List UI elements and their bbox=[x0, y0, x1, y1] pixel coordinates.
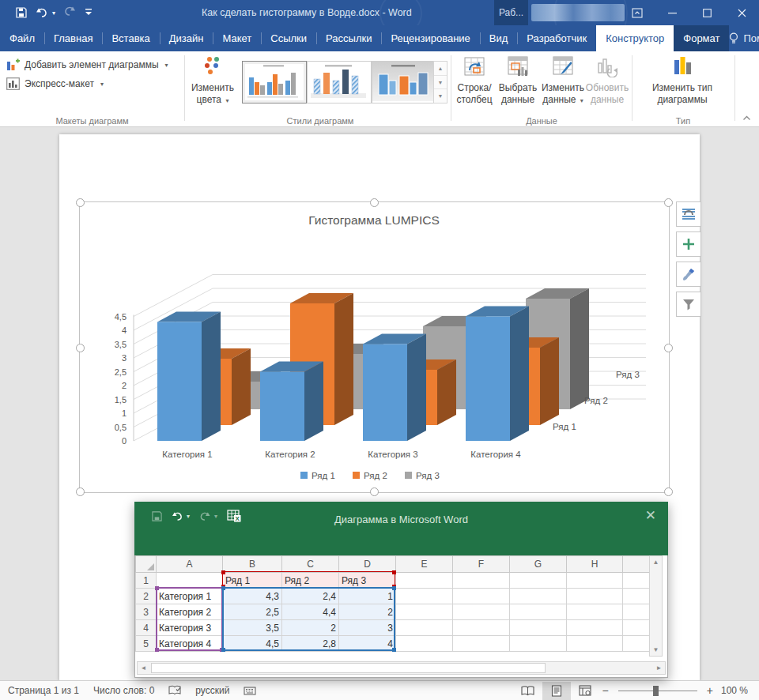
cell-D3[interactable]: 2 bbox=[339, 604, 396, 620]
tab-формат[interactable]: Формат bbox=[674, 25, 729, 51]
column-header-partial[interactable] bbox=[623, 556, 650, 573]
cell-F1[interactable] bbox=[453, 573, 510, 589]
read-mode-button[interactable] bbox=[514, 682, 542, 700]
gallery-more-button[interactable]: ▼ bbox=[434, 89, 447, 103]
customize-qat-button[interactable] bbox=[85, 6, 93, 20]
cell-D1[interactable]: Ряд 3 bbox=[339, 573, 396, 589]
edit-data-button[interactable]: Изменить данные ▾ bbox=[541, 55, 585, 107]
column-header-D[interactable]: D bbox=[339, 556, 396, 573]
cell-C4[interactable]: 2 bbox=[282, 620, 339, 636]
chart-style-1-thumbnail[interactable] bbox=[242, 61, 307, 103]
cell-E1[interactable] bbox=[396, 573, 453, 589]
input-keyboard-indicator[interactable] bbox=[244, 686, 256, 696]
cell-G2[interactable] bbox=[510, 589, 567, 604]
cell-C3[interactable]: 4,4 bbox=[282, 604, 339, 620]
cell-B4[interactable]: 3,5 bbox=[223, 620, 282, 636]
select-all-corner[interactable] bbox=[136, 556, 157, 573]
cell-partial[interactable] bbox=[623, 573, 650, 589]
tab-конструктор[interactable]: Конструктор bbox=[596, 25, 674, 51]
cell-G4[interactable] bbox=[510, 620, 567, 636]
tab-рецензирование[interactable]: Рецензирование bbox=[381, 25, 479, 51]
resize-handle-mid-right[interactable] bbox=[664, 344, 673, 352]
scroll-right-arrow-icon[interactable]: ► bbox=[653, 662, 665, 674]
chart-elements-button[interactable] bbox=[676, 231, 701, 257]
cell-A4[interactable]: Категория 3 bbox=[157, 620, 223, 636]
tab-рассылки[interactable]: Рассылки bbox=[316, 25, 381, 51]
minimize-button[interactable] bbox=[655, 0, 689, 25]
column-header-B[interactable]: B bbox=[223, 556, 282, 573]
cell-H4[interactable] bbox=[567, 620, 623, 636]
zoom-out-button[interactable]: − bbox=[599, 684, 612, 697]
scroll-down-arrow-icon[interactable]: ▼ bbox=[650, 644, 662, 656]
save-icon[interactable] bbox=[16, 7, 27, 18]
spreadsheet-close-button[interactable]: ✕ bbox=[645, 509, 656, 522]
cell-F2[interactable] bbox=[453, 589, 510, 604]
tab-дизайн[interactable]: Дизайн bbox=[160, 25, 213, 51]
proofing-status[interactable] bbox=[168, 685, 181, 696]
maximize-button[interactable] bbox=[689, 0, 724, 25]
cell-B5[interactable]: 4,5 bbox=[223, 636, 282, 652]
row-header-1[interactable]: 1 bbox=[136, 573, 157, 589]
cell-partial[interactable] bbox=[623, 604, 650, 620]
layout-options-button[interactable] bbox=[676, 201, 701, 227]
cell-H3[interactable] bbox=[567, 604, 623, 620]
embedded-spreadsheet-window[interactable]: ▾ ▾ X Диаграмма в Microsoft Word ✕ ABCDE… bbox=[134, 502, 668, 678]
cell-partial[interactable] bbox=[623, 589, 650, 604]
cell-partial[interactable] bbox=[623, 620, 650, 636]
resize-handle-top-center[interactable] bbox=[370, 198, 379, 207]
sheet-horizontal-scrollbar[interactable]: ◄ ► bbox=[137, 661, 666, 675]
column-header-E[interactable]: E bbox=[396, 556, 453, 573]
sheet-vertical-scrollbar[interactable]: ▲ ▼ bbox=[649, 555, 663, 657]
row-column-button[interactable]: Строка/ столбец bbox=[454, 55, 495, 106]
resize-handle-bottom-right[interactable] bbox=[664, 487, 673, 496]
cell-G1[interactable] bbox=[510, 573, 567, 589]
tab-разработчик[interactable]: Разработчик bbox=[517, 25, 596, 51]
chart-style-3-thumbnail[interactable] bbox=[372, 61, 436, 103]
row-header-3[interactable]: 3 bbox=[136, 604, 157, 620]
cell-A2[interactable]: Категория 1 bbox=[157, 589, 223, 604]
cell-H5[interactable] bbox=[567, 636, 623, 652]
zoom-in-button[interactable]: + bbox=[704, 684, 716, 697]
cell-C1[interactable]: Ряд 2 bbox=[282, 573, 339, 589]
gallery-scroll-down-button[interactable]: ▼ bbox=[434, 76, 447, 90]
cell-E3[interactable] bbox=[396, 604, 453, 620]
cell-A5[interactable]: Категория 4 bbox=[157, 636, 223, 652]
cell-B1[interactable]: Ряд 1 bbox=[223, 573, 282, 589]
resize-handle-bottom-center[interactable] bbox=[370, 487, 379, 496]
chart-styles-button[interactable] bbox=[676, 262, 701, 287]
cell-A3[interactable]: Категория 2 bbox=[157, 604, 223, 620]
tab-файл[interactable]: Файл bbox=[0, 25, 44, 51]
hscroll-track[interactable] bbox=[149, 662, 653, 674]
resize-handle-top-right[interactable] bbox=[664, 198, 673, 207]
scroll-left-arrow-icon[interactable]: ◄ bbox=[138, 662, 149, 674]
cell-F5[interactable] bbox=[453, 636, 510, 652]
scroll-up-arrow-icon[interactable]: ▲ bbox=[650, 556, 662, 568]
row-header-5[interactable]: 5 bbox=[136, 636, 157, 652]
change-colors-button[interactable]: Изменить цвета ▾ bbox=[188, 55, 237, 107]
resize-handle-mid-left[interactable] bbox=[76, 344, 85, 352]
resize-handle-top-left[interactable] bbox=[76, 198, 85, 207]
tab-макет[interactable]: Макет bbox=[213, 25, 261, 51]
gallery-scroll-up-button[interactable]: ▲ bbox=[434, 62, 447, 76]
language-indicator[interactable]: русский bbox=[195, 685, 229, 696]
tab-ссылки[interactable]: Ссылки bbox=[261, 25, 316, 51]
tell-me-button[interactable]: Помощн bbox=[729, 32, 759, 44]
zoom-slider-handle[interactable] bbox=[653, 686, 659, 696]
column-header-H[interactable]: H bbox=[567, 556, 623, 573]
cell-B3[interactable]: 2,5 bbox=[223, 604, 282, 620]
cell-E5[interactable] bbox=[396, 636, 453, 652]
ribbon-display-options-button[interactable] bbox=[620, 0, 655, 25]
column-header-A[interactable]: A bbox=[157, 556, 223, 573]
cell-G3[interactable] bbox=[510, 604, 567, 620]
cell-B2[interactable]: 4,3 bbox=[223, 589, 282, 604]
print-layout-button[interactable] bbox=[542, 682, 571, 700]
cell-F4[interactable] bbox=[453, 620, 510, 636]
tab-вставка[interactable]: Вставка bbox=[102, 25, 159, 51]
document-page[interactable]: 00,511,522,533,544,5Категория 1Категория… bbox=[59, 134, 700, 681]
cell-D5[interactable]: 4 bbox=[339, 636, 396, 652]
cell-H2[interactable] bbox=[567, 589, 623, 604]
cell-H1[interactable] bbox=[567, 573, 623, 589]
cell-C5[interactable]: 2,8 bbox=[282, 636, 339, 652]
hscroll-thumb[interactable] bbox=[151, 663, 546, 673]
cell-D2[interactable]: 1 bbox=[339, 589, 396, 604]
